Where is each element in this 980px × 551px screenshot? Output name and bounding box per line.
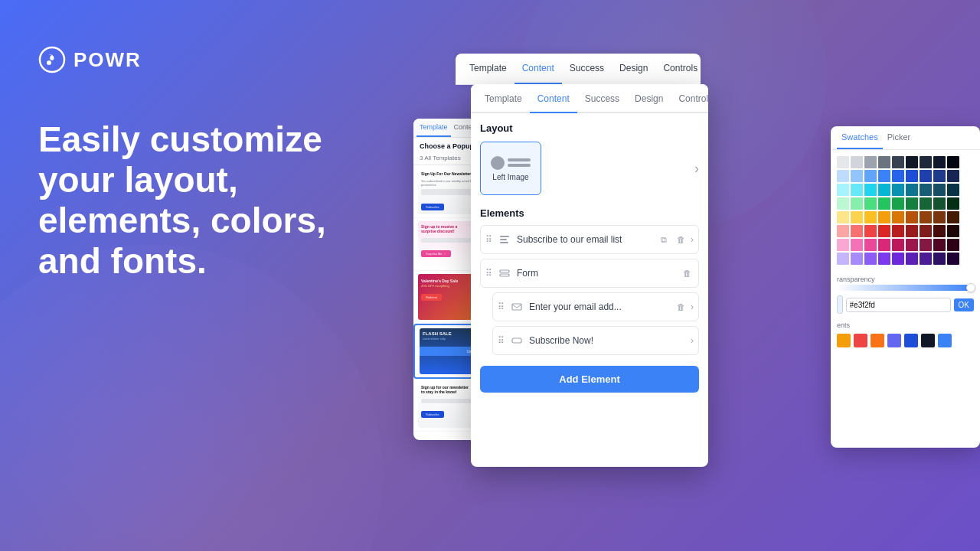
swatch-yellow-600[interactable] bbox=[892, 211, 904, 223]
bg-tab-template[interactable]: Template bbox=[462, 54, 514, 84]
bg-tab-content[interactable]: Content bbox=[514, 54, 562, 84]
swatch-cyan-400[interactable] bbox=[864, 184, 877, 196]
swatch-red-975[interactable] bbox=[947, 225, 959, 237]
swatch-green-950[interactable] bbox=[947, 197, 959, 210]
swatch-yellow-500[interactable] bbox=[878, 211, 890, 223]
swatch-yellow-400[interactable] bbox=[864, 211, 877, 223]
swatch-violet-950[interactable] bbox=[933, 253, 946, 265]
layout-option-left-image[interactable]: Left Image bbox=[480, 142, 541, 195]
swatch-yellow-900[interactable] bbox=[933, 211, 946, 223]
swatch-yellow-700[interactable] bbox=[906, 211, 918, 223]
swatch-green-800[interactable] bbox=[920, 197, 932, 210]
swatch-gray-100[interactable] bbox=[837, 156, 849, 168]
swatch-cyan-800[interactable] bbox=[920, 184, 932, 196]
swatch-pink-700[interactable] bbox=[892, 239, 904, 251]
swatch-green-300[interactable] bbox=[851, 197, 863, 210]
swatch-pink-600[interactable] bbox=[878, 239, 890, 251]
main-tab-template[interactable]: Template bbox=[477, 84, 530, 112]
swatch-pink-900[interactable] bbox=[920, 239, 932, 251]
delete-button-1[interactable]: 🗑 bbox=[674, 233, 688, 246]
tab-swatches[interactable]: Swatches bbox=[837, 126, 883, 149]
element-row-form[interactable]: ⠿ Form 🗑 bbox=[480, 259, 699, 288]
chevron-4[interactable]: › bbox=[691, 335, 694, 346]
swatch-slate-800[interactable] bbox=[920, 156, 932, 168]
swatch-black[interactable] bbox=[947, 156, 959, 168]
swatch-cyan-900[interactable] bbox=[933, 184, 946, 196]
swatch-blue-500[interactable] bbox=[878, 170, 890, 182]
swatch-gray-700[interactable] bbox=[892, 156, 904, 168]
swatch-violet-500[interactable] bbox=[864, 253, 877, 265]
swatch-red-800[interactable] bbox=[906, 225, 918, 237]
main-tab-success[interactable]: Success bbox=[577, 84, 627, 112]
swatch-cyan-700[interactable] bbox=[906, 184, 918, 196]
swatch-blue-900[interactable] bbox=[933, 170, 946, 182]
transparency-bar[interactable] bbox=[837, 285, 974, 291]
swatch-pink-975[interactable] bbox=[947, 239, 959, 251]
recent-swatch-4[interactable] bbox=[887, 334, 901, 347]
swatch-cyan-300[interactable] bbox=[851, 184, 863, 196]
swatch-gray-900[interactable] bbox=[906, 156, 918, 168]
tab-picker[interactable]: Picker bbox=[883, 126, 916, 149]
swatch-red-400[interactable] bbox=[851, 225, 863, 237]
drag-handle-3[interactable]: ⠿ bbox=[498, 302, 505, 312]
swatch-pink-300[interactable] bbox=[837, 239, 849, 251]
add-element-button[interactable]: Add Element bbox=[480, 366, 699, 393]
swatch-cyan-950[interactable] bbox=[947, 184, 959, 196]
swatch-gray-200[interactable] bbox=[851, 156, 863, 168]
swatch-yellow-800[interactable] bbox=[920, 211, 932, 223]
swatch-red-700[interactable] bbox=[892, 225, 904, 237]
swatch-red-900[interactable] bbox=[920, 225, 932, 237]
element-row-email[interactable]: ⠿ Enter your email add... 🗑 › bbox=[492, 292, 699, 321]
swatch-green-500[interactable] bbox=[878, 197, 890, 210]
recent-swatch-7[interactable] bbox=[938, 334, 952, 347]
transparency-handle[interactable] bbox=[966, 283, 975, 292]
swatch-blue-700[interactable] bbox=[906, 170, 918, 182]
delete-button-3[interactable]: 🗑 bbox=[674, 300, 688, 314]
swatch-pink-950[interactable] bbox=[933, 239, 946, 251]
bg-tab-design[interactable]: Design bbox=[612, 54, 655, 84]
layout-next-arrow[interactable]: › bbox=[694, 161, 699, 177]
swatch-red-950[interactable] bbox=[933, 225, 946, 237]
recent-swatch-3[interactable] bbox=[871, 334, 884, 347]
swatch-violet-600[interactable] bbox=[878, 253, 890, 265]
recent-swatch-6[interactable] bbox=[921, 334, 935, 347]
swatch-violet-400[interactable] bbox=[851, 253, 863, 265]
swatch-green-600[interactable] bbox=[892, 197, 904, 210]
swatch-green-400[interactable] bbox=[864, 197, 877, 210]
recent-swatch-5[interactable] bbox=[904, 334, 918, 347]
swatch-green-200[interactable] bbox=[837, 197, 849, 210]
swatch-red-300[interactable] bbox=[837, 225, 849, 237]
swatch-cyan-500[interactable] bbox=[878, 184, 890, 196]
swatch-slate-900[interactable] bbox=[933, 156, 946, 168]
swatch-red-600[interactable] bbox=[878, 225, 890, 237]
swatch-green-700[interactable] bbox=[906, 197, 918, 210]
swatch-yellow-300[interactable] bbox=[851, 211, 863, 223]
tab-template-small[interactable]: Template bbox=[416, 119, 451, 137]
delete-button-2[interactable]: 🗑 bbox=[680, 266, 694, 280]
swatch-violet-900[interactable] bbox=[920, 253, 932, 265]
hex-input[interactable] bbox=[846, 298, 951, 312]
swatch-blue-200[interactable] bbox=[837, 170, 849, 182]
swatch-violet-700[interactable] bbox=[892, 253, 904, 265]
swatch-red-500[interactable] bbox=[864, 225, 877, 237]
swatch-yellow-200[interactable] bbox=[837, 211, 849, 223]
copy-button-1[interactable]: ⧉ bbox=[657, 233, 671, 246]
swatch-pink-400[interactable] bbox=[851, 239, 863, 251]
swatch-blue-800[interactable] bbox=[920, 170, 932, 182]
swatch-violet-975[interactable] bbox=[947, 253, 959, 265]
bg-tab-controls[interactable]: Controls bbox=[655, 54, 705, 84]
swatch-cyan-200[interactable] bbox=[837, 184, 849, 196]
element-row-subscribe-btn[interactable]: ⠿ Subscribe Now! › bbox=[492, 326, 699, 355]
swatch-blue-400[interactable] bbox=[864, 170, 877, 182]
drag-handle-1[interactable]: ⠿ bbox=[485, 234, 492, 245]
swatch-violet-300[interactable] bbox=[837, 253, 849, 265]
swatch-blue-300[interactable] bbox=[851, 170, 863, 182]
swatch-pink-500[interactable] bbox=[864, 239, 877, 251]
swatch-cyan-600[interactable] bbox=[892, 184, 904, 196]
chevron-3[interactable]: › bbox=[691, 302, 694, 312]
element-row-subscribe-title[interactable]: ⠿ Subscribe to our email list ⧉ 🗑 › bbox=[480, 225, 699, 254]
hex-ok-button[interactable]: OK bbox=[954, 298, 974, 311]
recent-swatch-2[interactable] bbox=[854, 334, 867, 347]
recent-swatch-1[interactable] bbox=[837, 334, 851, 347]
swatch-violet-800[interactable] bbox=[906, 253, 918, 265]
